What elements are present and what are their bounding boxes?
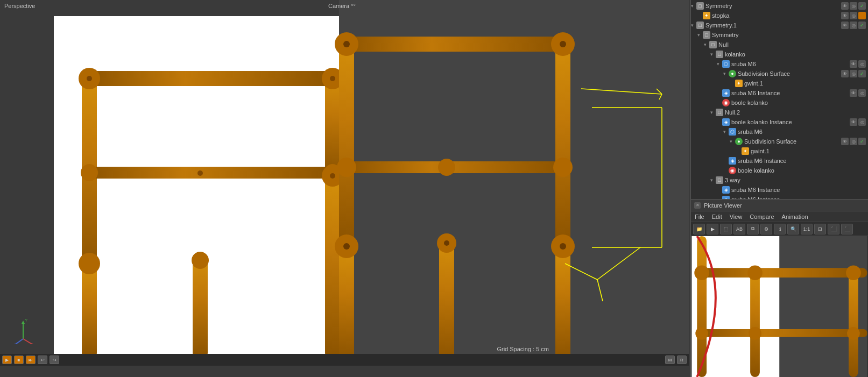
tree-item[interactable]: ◉boole kolanko [691, 98, 868, 108]
toolbar-btn-2[interactable]: ■ [14, 355, 24, 364]
pv-btn-folder[interactable]: 📁 [693, 224, 705, 234]
svg-point-65 [749, 327, 761, 340]
tree-label: Subdivision Surface [744, 138, 841, 145]
toolbar-btn-4[interactable]: ↩ [38, 355, 47, 364]
tree-item[interactable]: ◈boole kolanko Instance👁◎ [691, 117, 868, 127]
tree-icon-render[interactable]: ◎ [850, 12, 857, 19]
tree-label: Symmetry.1 [705, 22, 841, 29]
tree-type-icon-null: □ [716, 109, 723, 116]
svg-text:X: X [34, 344, 37, 344]
tree-item[interactable]: ✦gwint.1 [691, 79, 868, 88]
tree-label: sruba M6 [731, 61, 850, 67]
tree-icon-check: ✓ [858, 70, 866, 77]
tree-icon-visibility[interactable]: 👁 [841, 12, 849, 19]
tree-item[interactable]: ✦stopka👁◎ [691, 11, 868, 20]
tree-label: gwint.1 [751, 148, 866, 154]
tree-icon-visibility[interactable]: 👁 [850, 60, 857, 68]
tree-type-icon-bone: ✦ [742, 147, 749, 155]
viewport-left [54, 16, 339, 360]
tree-item[interactable]: ◈sruba M6 Instance [691, 185, 868, 195]
tree-icon-render[interactable]: ◎ [850, 70, 857, 77]
tree-icon-visibility[interactable]: 👁 [841, 70, 849, 77]
toolbar-btn-1[interactable]: ▶ [2, 355, 12, 364]
pv-btn-zoom1[interactable]: 1:1 [801, 224, 813, 234]
pv-btn-region[interactable]: ⬚ [720, 224, 732, 234]
tree-item[interactable]: ▾□kolanko [691, 49, 868, 59]
tree-item[interactable]: ▾□Symmetry👁◎✓ [691, 1, 868, 11]
pv-btn-extra1[interactable]: ⬛ [828, 224, 839, 234]
tree-icon-render[interactable]: ◎ [850, 138, 857, 145]
pv-menu-view[interactable]: View [728, 214, 744, 220]
picture-viewer-close[interactable]: ✕ [694, 202, 701, 209]
pv-btn-extra2[interactable]: ⬛ [841, 224, 853, 234]
tree-arrow: ▾ [704, 42, 709, 47]
pv-btn-clone[interactable]: ⧉ [747, 224, 759, 234]
tree-type-icon-instance: ◈ [722, 186, 730, 194]
toolbar-btn-mode[interactable]: M [665, 355, 675, 364]
picture-viewer-title: Picture Viewer [704, 202, 742, 209]
tree-icon-visibility[interactable]: 👁 [841, 138, 849, 145]
tree-item[interactable]: ◉boole kolanko [691, 166, 868, 175]
axis-indicator: Y X Z [10, 317, 37, 344]
toolbar-btn-3[interactable]: ⏭ [26, 355, 36, 364]
pv-btn-zoomin[interactable]: 🔍 [787, 224, 799, 234]
pv-menu-file[interactable]: File [693, 214, 706, 220]
tree-label: sruba M6 [738, 129, 866, 135]
tree-label: sruba M6 Instance [731, 187, 866, 193]
tree-icon-visibility[interactable]: 👁 [850, 89, 857, 97]
tree-item[interactable]: ▾●Subdivision Surface👁◎✓ [691, 69, 868, 79]
tree-type-icon-null: □ [716, 176, 723, 184]
tree-item[interactable]: ▾⬡sruba M6 [691, 127, 868, 137]
tree-label: Symmetry [705, 3, 841, 9]
tree-label: gwint.1 [744, 80, 866, 87]
tree-icon-visibility[interactable]: 👁 [841, 2, 849, 10]
pv-menu-edit[interactable]: Edit [710, 214, 724, 220]
picture-viewer-titlebar: ✕ Picture Viewer [691, 200, 868, 211]
tree-item[interactable]: ▾●Subdivision Surface👁◎✓ [691, 137, 868, 146]
tree-type-icon-bone: ✦ [703, 12, 710, 19]
tree-icon-render[interactable]: ◎ [850, 2, 857, 10]
svg-rect-66 [849, 268, 858, 377]
tree-item[interactable]: ▾□Null [691, 40, 868, 49]
pv-btn-ab[interactable]: AB [733, 224, 745, 234]
tree-item[interactable]: ▾□Symmetry [691, 30, 868, 40]
tree-item[interactable]: ▾⬡sruba M6👁◎ [691, 59, 868, 69]
toolbar-btn-5[interactable]: ↪ [50, 355, 59, 364]
camera-label: Camera °° [328, 3, 356, 9]
pv-btn-fit[interactable]: ⊡ [814, 224, 826, 234]
tree-icon-render[interactable]: ◎ [858, 118, 866, 126]
tree-type-icon-bool: ◉ [722, 99, 730, 106]
pv-menu-animation[interactable]: Animation [780, 214, 810, 220]
tree-icon-render[interactable]: ◎ [850, 22, 857, 29]
tree-type-icon-bool: ◉ [729, 167, 736, 174]
tree-item[interactable]: ◈sruba M6 Instance [691, 195, 868, 199]
tree-item[interactable]: ▾□3 way [691, 175, 868, 185]
tree-icon-render[interactable]: ◎ [858, 60, 866, 68]
tree-arrow: ▾ [697, 32, 703, 38]
perspective-label: Perspective [4, 3, 35, 9]
picture-viewer-render [691, 236, 868, 377]
pv-btn-render[interactable]: ▶ [707, 224, 718, 234]
tree-icon-render[interactable]: ◎ [858, 89, 866, 97]
tree-icon-visibility[interactable]: 👁 [850, 118, 857, 126]
toolbar-btn-render[interactable]: R [677, 355, 687, 364]
pv-menu-compare[interactable]: Compare [748, 214, 775, 220]
tree-item[interactable]: ◈sruba M6 Instance [691, 156, 868, 166]
svg-text:Y: Y [25, 318, 28, 323]
svg-point-67 [846, 265, 861, 280]
pv-btn-settings[interactable]: ⚙ [760, 224, 772, 234]
tree-icon-visibility[interactable]: 👁 [841, 22, 849, 29]
tree-type-icon-bone: ✦ [735, 80, 743, 87]
tree-item[interactable]: ✦gwint.1 [691, 146, 868, 156]
svg-point-68 [847, 327, 860, 340]
tree-label: sruba M6 Instance [738, 158, 866, 164]
tree-item[interactable]: ▾□Null.2 [691, 108, 868, 117]
tree-type-icon-mesh: ⬡ [729, 128, 736, 136]
tree-item[interactable]: ◈sruba M6 Instance👁◎ [691, 88, 868, 98]
tree-arrow: ▾ [723, 71, 729, 76]
tree-item[interactable]: ▾□Symmetry.1👁◎✓ [691, 20, 868, 30]
tree-label: boole kolanko [738, 167, 866, 174]
tree-type-icon-null: □ [696, 2, 704, 10]
tree-icon-check: ✓ [858, 22, 866, 29]
pv-btn-info[interactable]: ℹ [774, 224, 786, 234]
